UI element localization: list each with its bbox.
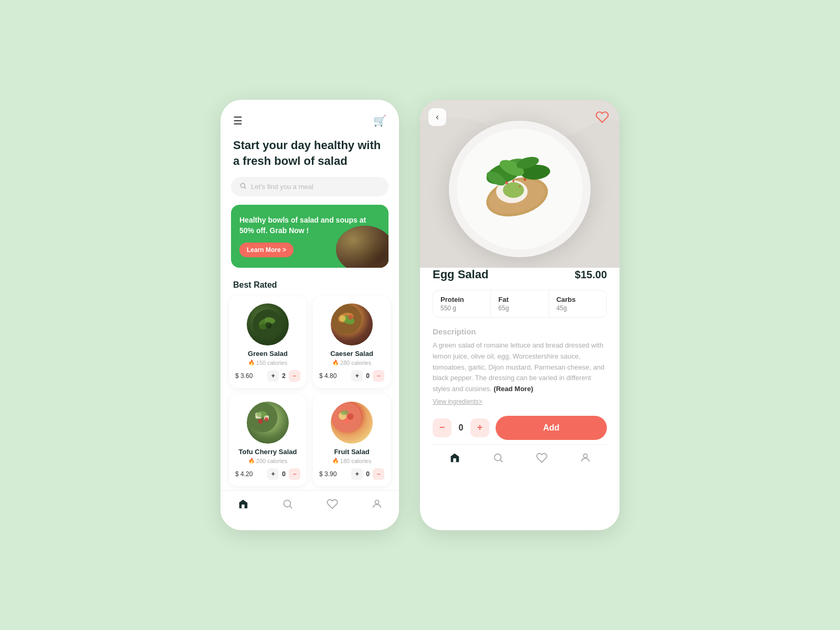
nutrition-carbs: Carbs 45g <box>549 290 606 317</box>
tofu-salad-name: Tofu Cherry Salad <box>238 448 297 456</box>
view-ingredients-link[interactable]: View ingredients> <box>433 398 607 405</box>
green-salad-calories: 🔥 150 calories <box>248 360 287 366</box>
fruit-salad-calories: 🔥 180 calories <box>332 458 371 464</box>
svg-point-45 <box>494 454 501 461</box>
nutrition-row: Protein 550 g Fat 65g Carbs 45g <box>433 290 607 318</box>
svg-line-46 <box>500 460 502 462</box>
read-more-link[interactable]: (Read More) <box>494 385 533 393</box>
left-phone: ☰ 🛒 Start your day healthy with a fresh … <box>220 100 399 530</box>
svg-point-16 <box>265 417 269 422</box>
nutrition-protein: Protein 550 g <box>433 290 491 317</box>
green-salad-plus-btn[interactable]: + <box>267 370 279 382</box>
tofu-salad-minus-btn[interactable]: − <box>289 468 300 480</box>
caeser-salad-plus-btn[interactable]: + <box>351 370 363 382</box>
svg-point-15 <box>258 419 263 424</box>
fruit-salad-qty: 0 <box>366 470 370 478</box>
right-nav-home-icon[interactable] <box>449 452 460 466</box>
search-placeholder: Let's find you a meal <box>251 183 313 191</box>
food-grid: Green Salad 🔥 150 calories $ 3.60 + 2 − <box>220 296 399 490</box>
promo-banner: Healthy bowls of salad and soups at 50% … <box>231 205 388 267</box>
nav-profile-icon[interactable] <box>371 498 383 512</box>
right-nav-heart-icon[interactable] <box>536 452 548 466</box>
fire-icon-1: 🔥 <box>332 360 339 365</box>
protein-value: 550 g <box>440 304 483 312</box>
svg-point-18 <box>332 402 362 432</box>
green-salad-minus-btn[interactable]: − <box>289 370 300 382</box>
add-to-cart-button[interactable]: Add <box>496 416 607 440</box>
learn-more-button[interactable]: Learn More > <box>239 243 293 257</box>
food-hero-image: ‹ <box>420 100 620 268</box>
caeser-salad-price: $ 4.80 <box>319 372 348 380</box>
svg-line-1 <box>245 187 246 189</box>
svg-point-6 <box>266 322 272 328</box>
nav-home-icon[interactable] <box>237 498 249 512</box>
nav-heart-icon[interactable] <box>327 498 338 512</box>
tofu-salad-qty: 0 <box>282 470 286 478</box>
description-title: Description <box>433 327 607 336</box>
right-nav-search-icon[interactable] <box>492 452 504 466</box>
description-text: A green salad of romaine lettuce and bre… <box>433 340 607 395</box>
green-salad-qty: 2 <box>282 372 286 380</box>
nutrition-fat: Fat 65g <box>491 290 549 317</box>
detail-header: Egg Salad $15.00 <box>433 268 607 281</box>
tofu-salad-price-row: $ 4.20 + 0 − <box>235 468 300 480</box>
detail-minus-button[interactable]: − <box>433 418 452 437</box>
best-rated-title: Best Rated <box>220 278 399 296</box>
green-salad-price-row: $ 3.60 + 2 − <box>235 370 300 382</box>
caeser-salad-image <box>331 303 373 345</box>
green-salad-price: $ 3.60 <box>235 372 264 380</box>
tofu-salad-plus-btn[interactable]: + <box>267 468 279 480</box>
promo-title: Healthy bowls of salad and soups at 50% … <box>239 215 380 236</box>
svg-point-47 <box>583 454 587 458</box>
food-scene-svg <box>420 100 620 268</box>
caeser-salad-calories: 🔥 280 calories <box>332 360 371 366</box>
svg-rect-23 <box>242 504 245 508</box>
fruit-salad-image <box>331 402 373 444</box>
left-bottom-nav <box>220 490 399 521</box>
right-nav-profile-icon[interactable] <box>580 452 591 466</box>
right-phone-content: ‹ Egg Salad $15.00 Protein <box>420 100 620 475</box>
right-phone: ‹ Egg Salad $15.00 Protein <box>420 100 620 530</box>
green-salad-name: Green Salad <box>248 350 288 358</box>
caeser-salad-minus-btn[interactable]: − <box>373 370 384 382</box>
svg-point-0 <box>240 184 245 188</box>
svg-point-17 <box>256 411 267 417</box>
menu-icon[interactable]: ☰ <box>233 114 243 127</box>
search-icon <box>239 182 247 191</box>
food-card-fruit-salad: Fruit Salad 🔥 180 calories $ 3.90 + 0 − <box>313 394 391 486</box>
screen-container: ☰ 🛒 Start your day healthy with a fresh … <box>220 100 620 530</box>
search-bar[interactable]: Let's find you a meal <box>231 177 388 196</box>
caeser-salad-name: Caeser Salad <box>330 350 373 358</box>
fire-icon-3: 🔥 <box>332 458 339 464</box>
svg-point-33 <box>503 182 524 198</box>
food-detail-name: Egg Salad <box>433 268 488 281</box>
promo-text-area: Healthy bowls of salad and soups at 50% … <box>239 215 380 257</box>
fruit-salad-minus-btn[interactable]: − <box>373 468 384 480</box>
favorite-button[interactable] <box>593 108 611 126</box>
fruit-salad-plus-btn[interactable]: + <box>351 468 363 480</box>
svg-point-26 <box>375 500 379 503</box>
svg-rect-44 <box>453 458 456 462</box>
svg-point-21 <box>344 418 350 424</box>
left-header: ☰ 🛒 <box>220 100 399 131</box>
tofu-salad-image <box>247 402 289 444</box>
svg-point-40 <box>505 181 508 184</box>
green-salad-image <box>247 303 289 345</box>
nav-search-icon[interactable] <box>282 498 293 512</box>
add-row: − 0 + Add <box>433 416 607 444</box>
fruit-salad-price: $ 3.90 <box>319 470 348 478</box>
back-button[interactable]: ‹ <box>428 108 446 126</box>
food-card-green-salad: Green Salad 🔥 150 calories $ 3.60 + 2 − <box>229 296 307 388</box>
svg-point-20 <box>348 413 354 419</box>
cart-icon[interactable]: 🛒 <box>373 114 386 127</box>
food-card-tofu-salad: Tofu Cherry Salad 🔥 200 calories $ 4.20 … <box>229 394 307 486</box>
fire-icon-0: 🔥 <box>248 360 255 365</box>
svg-point-11 <box>348 314 353 319</box>
tofu-salad-calories: 🔥 200 calories <box>248 458 287 464</box>
fat-value: 65g <box>498 304 541 312</box>
detail-plus-button[interactable]: + <box>470 418 489 437</box>
svg-point-22 <box>341 410 349 415</box>
detail-panel: Egg Salad $15.00 Protein 550 g Fat 65g C… <box>420 255 620 475</box>
fire-icon-2: 🔥 <box>248 458 255 464</box>
tofu-salad-price: $ 4.20 <box>235 470 264 478</box>
